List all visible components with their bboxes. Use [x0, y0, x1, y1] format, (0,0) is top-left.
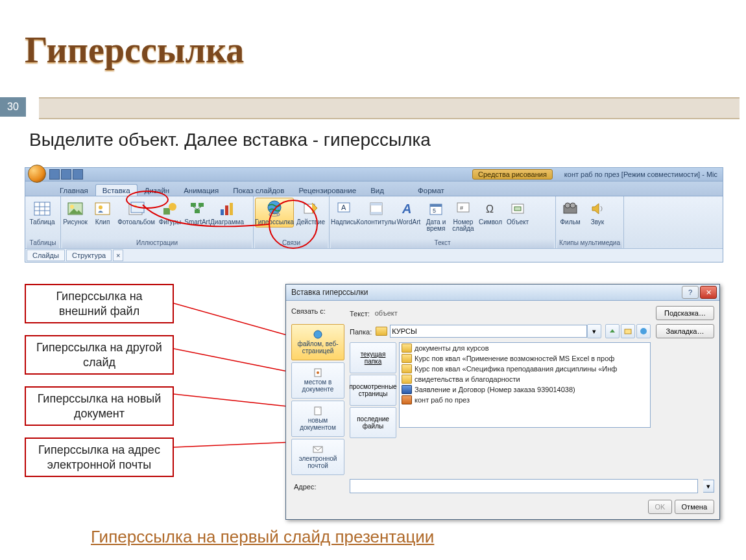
symbol-button[interactable]: ΩСимвол — [477, 198, 503, 228]
svg-rect-19 — [230, 203, 233, 215]
dialog-help-button[interactable]: ? — [682, 286, 699, 299]
tooltip-button[interactable]: Подсказка… — [656, 306, 714, 320]
svg-rect-15 — [199, 203, 204, 207]
svg-point-52 — [640, 328, 647, 334]
qat-undo-icon[interactable] — [61, 169, 71, 180]
group-media-label: Клипы мультимедиа — [557, 239, 622, 248]
svg-point-46 — [314, 331, 322, 338]
slide-number-button[interactable]: #Номер слайда — [450, 198, 476, 234]
svg-line-43 — [174, 349, 294, 373]
text-value: объект — [375, 309, 398, 317]
picture-button[interactable]: Рисунок — [62, 198, 88, 228]
tab-format[interactable]: Формат — [411, 184, 451, 196]
pane-close-icon[interactable]: × — [113, 250, 123, 261]
svg-point-8 — [99, 205, 102, 209]
office-button[interactable] — [28, 165, 46, 183]
datetime-button[interactable]: 5Дата и время — [423, 198, 449, 234]
group-text-label: Текст — [331, 239, 554, 248]
cancel-button[interactable]: Отмена — [675, 500, 714, 514]
address-input[interactable] — [350, 479, 698, 493]
tab-review[interactable]: Рецензирование — [291, 184, 363, 196]
svg-rect-32 — [430, 204, 442, 207]
object-icon — [509, 200, 527, 218]
tab-design[interactable]: Дизайн — [138, 184, 177, 196]
svg-line-44 — [174, 394, 294, 407]
qat-save-icon[interactable] — [49, 169, 60, 180]
group-links-label: Связи — [255, 239, 328, 248]
linktype-new-document[interactable]: новым документом — [291, 401, 344, 437]
globe-mini-icon — [313, 330, 323, 339]
tab-insert[interactable]: Вставка — [95, 184, 138, 196]
movie-icon — [561, 200, 579, 218]
dialog-title-text: Вставка гиперссылки — [289, 288, 680, 297]
document-target-icon — [313, 368, 323, 377]
file-list[interactable]: документы для курсов Курс пов квал «Прим… — [399, 342, 651, 428]
tab-slideshow[interactable]: Показ слайдов — [226, 184, 291, 196]
smartart-button[interactable]: SmartArt — [184, 198, 210, 228]
ok-button[interactable]: OK — [648, 500, 673, 514]
svg-point-20 — [268, 201, 281, 214]
svg-rect-7 — [95, 203, 110, 215]
label-other-slide: Гиперссылка на другой слайд — [25, 335, 174, 375]
wordart-button[interactable]: AWordArt — [396, 198, 422, 228]
globe-icon — [265, 200, 283, 218]
linktype-email[interactable]: электронной почтой — [291, 439, 344, 475]
word-file-icon — [402, 385, 412, 394]
address-dropdown-icon[interactable]: ▾ — [703, 480, 714, 493]
hyperlink-button[interactable]: Гиперссылка — [255, 198, 294, 228]
qat-redo-icon[interactable] — [73, 169, 83, 180]
picture-icon — [66, 200, 84, 218]
svg-line-45 — [174, 442, 294, 447]
svg-text:A: A — [341, 204, 346, 211]
pane-tab-slides[interactable]: Слайды — [27, 250, 65, 261]
dialog-close-button[interactable]: ✕ — [700, 286, 717, 299]
shapes-button[interactable]: Фигуры — [157, 198, 183, 228]
sound-button[interactable]: Звук — [584, 198, 610, 228]
tab-view[interactable]: Вид — [363, 184, 391, 196]
textbox-button[interactable]: AНадпись — [331, 198, 357, 228]
chart-button[interactable]: Диаграмма — [211, 198, 243, 228]
text-label: Текст: — [350, 309, 370, 318]
folder-dropdown-icon[interactable]: ▾ — [587, 324, 601, 338]
folder-icon — [402, 364, 412, 373]
linktype-place-in-doc[interactable]: местом в документе — [291, 362, 344, 399]
action-button[interactable]: Действие — [295, 198, 326, 228]
annotation-label-list: Гиперссылка на внешний файл Гиперссылка … — [25, 284, 174, 489]
link-with-label: Связать с: — [291, 306, 344, 320]
browse-web-icon[interactable] — [636, 324, 651, 338]
browse-viewed-pages[interactable]: просмотренные страницы — [350, 375, 396, 406]
insert-hyperlink-dialog: Вставка гиперссылки ? ✕ Связать с: Текст… — [285, 284, 720, 520]
label-email: Гиперссылка на адрес электронной почты — [25, 438, 174, 477]
header-icon — [367, 200, 385, 218]
bottom-hyperlink[interactable]: Гиперссылка на первый слайд презентации — [91, 527, 434, 547]
clip-button[interactable]: Клип — [90, 198, 115, 228]
textbox-icon: A — [335, 200, 353, 218]
folder-combo[interactable] — [390, 325, 587, 338]
svg-text:5: 5 — [433, 207, 436, 214]
up-one-level-icon[interactable] — [605, 324, 620, 338]
bookmark-button[interactable]: Закладка… — [656, 324, 714, 338]
table-button[interactable]: Таблица — [27, 198, 58, 228]
movie-button[interactable]: Фильм — [557, 198, 583, 228]
svg-text:Ω: Ω — [486, 204, 494, 215]
object-button[interactable]: Объект — [505, 198, 531, 228]
photoalbum-button[interactable]: Фотоальбом — [117, 198, 156, 228]
list-item: свидетельства и благодарности — [400, 374, 650, 384]
pane-tab-structure[interactable]: Структура — [66, 250, 112, 261]
svg-point-48 — [317, 371, 319, 374]
address-label: Адрес: — [294, 482, 344, 491]
svg-point-6 — [70, 205, 74, 209]
linktype-file-web[interactable]: файлом, веб-страницей — [291, 324, 344, 360]
browse-current-folder[interactable]: текущая папка — [350, 342, 396, 373]
tab-animation[interactable]: Анимация — [176, 184, 226, 196]
browse-file-icon[interactable] — [621, 324, 635, 338]
browse-recent-files[interactable]: последние файлы — [350, 407, 396, 438]
svg-rect-38 — [514, 207, 521, 211]
svg-point-11 — [134, 205, 137, 207]
header-footer-button[interactable]: Колонтитулы — [358, 198, 394, 228]
sound-icon — [588, 200, 607, 218]
list-item: документы для курсов — [400, 343, 650, 353]
tab-home[interactable]: Главная — [53, 184, 95, 196]
smartart-icon — [188, 200, 206, 218]
label-new-document: Гиперссылка на новый документ — [25, 386, 174, 426]
